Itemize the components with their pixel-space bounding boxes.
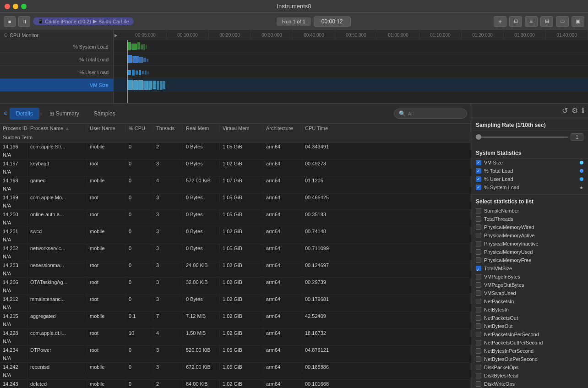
tab-details[interactable]: Details [10,108,39,120]
track-label-vm[interactable]: VM Size [0,79,113,92]
minimize-button[interactable] [13,4,18,9]
th-cpu-time[interactable]: CPU Time [302,124,471,133]
checkbox-row[interactable]: NetPacketsInPerSecond [471,330,588,339]
th-cpu[interactable]: % CPU [126,124,153,133]
stat-list-checkbox[interactable] [476,332,481,337]
stat-list-checkbox[interactable] [476,307,481,312]
th-sudden-term[interactable]: Sudden Term [0,133,27,142]
pause-button[interactable]: ⏸ [18,16,30,27]
stat-list-checkbox[interactable] [476,233,481,238]
table-container[interactable]: Process ID Process Name ▲ User Name % CP… [0,124,471,388]
checkbox-row[interactable]: NetBytesIn [471,306,588,314]
tab-summary[interactable]: ⊞ Summary [43,108,86,120]
stat-list-checkbox[interactable] [476,348,481,354]
stat-list-checkbox[interactable] [476,381,481,387]
stat-list-checkbox[interactable] [476,282,481,288]
table-row[interactable]: 14,197keybagdroot030 Bytes1.02 GiBarm640… [0,159,471,176]
add-instrument-button[interactable]: + [494,16,506,27]
th-threads[interactable]: Threads [153,124,183,133]
table-row[interactable]: 14,196com.apple.Str...mobile020 Bytes1.0… [0,142,471,159]
checkbox-row[interactable]: VMSwapUsed [471,289,588,297]
th-process-name[interactable]: Process Name ▲ [27,124,87,133]
th-real-mem[interactable]: Real Mem [183,124,220,133]
settings-icon[interactable]: ⚙ [572,106,578,115]
stat-list-checkbox[interactable] [476,323,481,329]
table-row[interactable]: 14,202networkservic...mobile030 Bytes1.0… [0,244,471,261]
stat-checkbox[interactable] [476,160,481,165]
checkbox-row[interactable]: NetPacketsIn [471,297,588,306]
checkbox-row[interactable]: VMPageInBytes [471,273,588,281]
stat-row[interactable]: % User Load [471,175,588,183]
stat-checkbox[interactable] [476,176,481,182]
device-badge[interactable]: 📱 Carlife iPhone (10.2) ▶ Baidu CarLife [33,17,134,25]
stat-list-checkbox[interactable] [476,208,481,213]
layout-btn-4[interactable]: ▭ [556,16,569,27]
stat-list-checkbox[interactable] [476,249,481,255]
stat-list-checkbox[interactable] [476,356,481,362]
checkbox-row[interactable]: NetBytesInPerSecond [471,347,588,355]
checkbox-row[interactable]: PhysicalMemoryInactive [471,240,588,248]
stat-row[interactable]: % Total Load [471,167,588,175]
layout-btn-3[interactable]: ⊞ [540,16,553,27]
table-row[interactable]: 14,212mmaintenanc...root030 Bytes1.02 Gi… [0,295,471,312]
th-virtual-mem[interactable]: Virtual Mem [220,124,263,133]
checkbox-row[interactable]: NetPacketsOutPerSecond [471,339,588,347]
th-arch[interactable]: Architecture [263,124,302,133]
stat-row[interactable]: VM Size [471,158,588,167]
stat-list-checkbox[interactable] [476,241,481,246]
table-row[interactable]: 14,215aggregatedmobile0.177.12 MiB1.02 G… [0,312,471,329]
checkbox-row[interactable]: PhysicalMemoryActive [471,231,588,240]
stat-list-checkbox[interactable] [476,224,481,230]
checkbox-row[interactable]: PhysicalMemoryFree [471,256,588,264]
table-row[interactable]: 14,199com.apple.Mo...root030 Bytes1.05 G… [0,193,471,210]
close-button[interactable] [5,4,10,9]
table-row[interactable]: 14,198gamedmobile04572.00 KiB1.07 GiBarm… [0,176,471,193]
info-icon[interactable]: ℹ [582,106,584,115]
layout-btn-5[interactable]: ▣ [572,16,584,27]
checkbox-row[interactable]: ✓TotalVMSize [471,264,588,273]
stat-checkbox[interactable] [476,168,481,174]
checkbox-row[interactable]: DiskWriteOps [471,380,588,388]
checkbox-row[interactable]: NetBytesOutPerSecond [471,355,588,363]
stat-list-checkbox[interactable] [476,274,481,279]
checkbox-row[interactable]: SampleNumber [471,207,588,215]
table-row[interactable]: 14,228com.apple.dt.i...root1041.50 MiB1.… [0,329,471,346]
checkbox-row[interactable]: DiskPacketOps [471,363,588,372]
stat-list-checkbox[interactable] [476,373,481,378]
table-row[interactable]: 14,243deletedmobile0284.00 KiB1.02 GiBar… [0,380,471,388]
search-box[interactable]: 🔍 All [394,109,467,119]
stat-checkbox[interactable] [476,185,481,190]
checkbox-row[interactable]: PhysicalMemoryWired [471,223,588,231]
stat-list-checkbox[interactable] [476,216,481,222]
table-row[interactable]: 14,201swcdmobile030 Bytes1.02 GiBarm6400… [0,227,471,244]
stat-list-checkbox[interactable] [476,290,481,296]
stop-button[interactable]: ■ [4,16,16,27]
refresh-icon[interactable]: ↺ [562,106,568,115]
stat-list-checkbox[interactable] [476,299,481,304]
stat-list-checkbox[interactable] [476,365,481,370]
checkbox-row[interactable]: TotalThreads [471,215,588,223]
checkbox-row[interactable]: NetPacketsOut [471,314,588,322]
stat-list-checkbox[interactable] [476,340,481,345]
table-row[interactable]: 14,242recentsdmobile03672.00 KiB1.05 GiB… [0,363,471,380]
table-row[interactable]: 14,234DTPowerroot03520.00 KiB1.05 GiBarm… [0,346,471,363]
stat-row[interactable]: % System Load★ [471,183,588,191]
checkbox-row[interactable]: VMPageOutBytes [471,281,588,289]
sampling-rate-slider[interactable] [476,137,568,138]
layout-btn-2[interactable]: ≡ [525,16,538,27]
fullscreen-button[interactable] [21,4,27,9]
checkbox-row[interactable]: DiskBytesRead [471,372,588,380]
th-user-name[interactable]: User Name [87,124,126,133]
table-row[interactable]: 14,200online-auth-a...root030 Bytes1.05 … [0,210,471,227]
stat-list-checkbox[interactable]: ✓ [476,266,481,271]
th-process-id[interactable]: Process ID [0,124,27,133]
timeline-tracks[interactable] [114,40,588,103]
layout-btn-1[interactable]: ⊡ [509,16,522,27]
tab-samples[interactable]: Samples [87,108,122,120]
checkbox-row[interactable]: PhysicalMemoryUsed [471,248,588,256]
stat-list-checkbox[interactable] [476,315,481,321]
table-row[interactable]: 14,206OTATaskingAg...root0332.00 KiB1.02… [0,278,471,295]
table-row[interactable]: 14,203nesessionma...root0324.00 KiB1.02 … [0,261,471,278]
stat-list-checkbox[interactable] [476,257,481,263]
checkbox-row[interactable]: NetBytesOut [471,322,588,330]
